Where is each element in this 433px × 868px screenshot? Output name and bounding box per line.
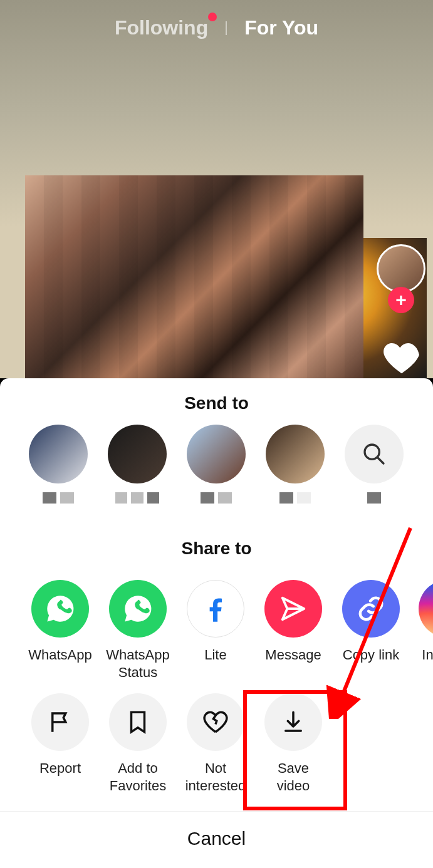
facebook-lite-icon (187, 580, 244, 638)
action-not-interested[interactable]: Not interested (184, 693, 247, 794)
share-label: Inst (422, 646, 433, 680)
broken-heart-icon (187, 693, 244, 751)
tab-following-label: Following (115, 16, 208, 39)
contact-name-redacted (36, 492, 80, 504)
contact-name-redacted (194, 492, 238, 504)
action-label: Report (39, 760, 81, 793)
bookmark-icon (109, 693, 167, 751)
action-report[interactable]: Report (29, 693, 91, 794)
contact-avatar (187, 425, 246, 483)
whatsapp-status-icon (109, 580, 167, 638)
cancel-label: Cancel (187, 828, 246, 849)
instagram-icon (419, 580, 433, 638)
creator-avatar[interactable] (377, 244, 425, 293)
contact-avatar (266, 425, 325, 483)
contacts-row[interactable] (0, 425, 433, 504)
copy-link-icon (342, 580, 400, 638)
share-apps-row[interactable]: WhatsApp WhatsApp Status Lite Message (0, 570, 433, 681)
contact-name-redacted (273, 492, 317, 504)
svg-line-1 (377, 457, 383, 463)
share-label: WhatsApp Status (106, 646, 170, 681)
send-to-title: Send to (0, 378, 433, 425)
tab-separator (226, 21, 227, 35)
cancel-button[interactable]: Cancel (0, 811, 433, 868)
flag-icon (31, 693, 89, 751)
share-label: WhatsApp (28, 646, 92, 680)
share-instagram[interactable]: Inst (417, 580, 433, 681)
feed-tabs: Following For You (0, 16, 433, 39)
action-label: Save video (262, 760, 325, 794)
actions-row[interactable]: Report Add to Favorites Not interested S… (0, 681, 433, 794)
share-to-title: Share to (0, 504, 433, 570)
contact-item[interactable] (266, 425, 325, 504)
screen: Following For You + Send to (0, 0, 433, 868)
tab-for-you[interactable]: For You (244, 16, 318, 39)
download-icon (264, 693, 322, 751)
heart-icon (382, 338, 422, 378)
action-label: Add to Favorites (107, 760, 169, 794)
share-copy-link[interactable]: Copy link (340, 580, 402, 681)
contact-name-redacted (352, 492, 396, 504)
share-label: Message (265, 646, 321, 680)
contact-name-redacted (115, 492, 159, 504)
video-content-pixelated (25, 175, 363, 378)
contact-avatar (108, 425, 167, 483)
contact-item[interactable] (187, 425, 246, 504)
share-whatsapp-status[interactable]: WhatsApp Status (107, 580, 169, 681)
notification-dot-icon (208, 13, 217, 21)
message-icon (264, 580, 322, 638)
contact-item[interactable] (108, 425, 167, 504)
share-label: Copy link (343, 646, 399, 680)
action-save-video[interactable]: Save video (262, 693, 325, 794)
share-facebook-lite[interactable]: Lite (184, 580, 247, 681)
contact-avatar (29, 425, 88, 483)
like-button[interactable] (382, 338, 422, 378)
share-label: Lite (204, 646, 226, 680)
search-contacts[interactable] (345, 425, 404, 504)
tab-following[interactable]: Following (115, 16, 208, 39)
action-add-favorites[interactable]: Add to Favorites (107, 693, 169, 794)
share-sheet: Send to (0, 378, 433, 868)
action-label: Not interested (184, 760, 247, 794)
plus-icon: + (395, 289, 407, 311)
follow-button[interactable]: + (388, 287, 414, 313)
whatsapp-icon (31, 580, 89, 638)
contact-item[interactable] (29, 425, 88, 504)
search-icon (345, 425, 404, 483)
video-background[interactable] (0, 0, 433, 378)
share-message[interactable]: Message (262, 580, 325, 681)
tab-for-you-label: For You (244, 16, 318, 39)
share-whatsapp[interactable]: WhatsApp (29, 580, 91, 681)
